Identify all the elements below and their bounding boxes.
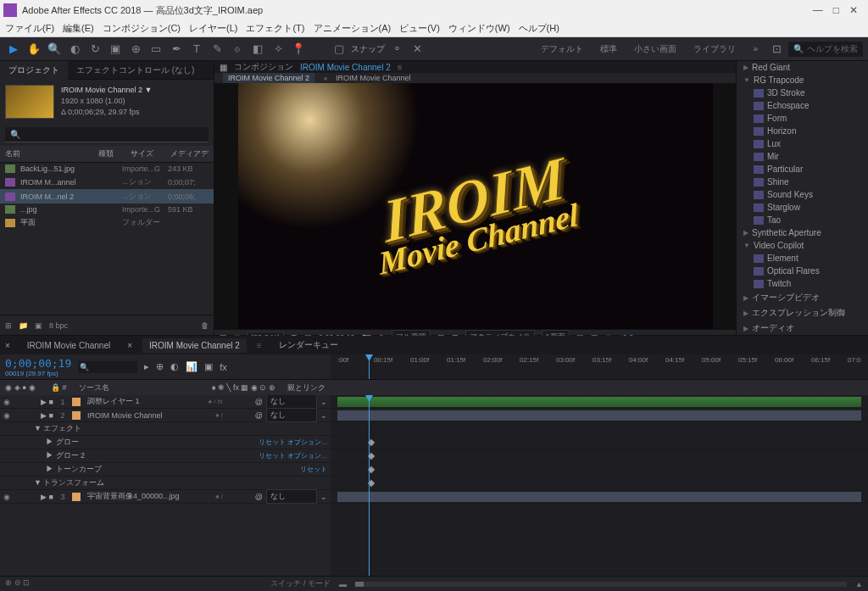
snap-options-icon[interactable]: ⚬ — [388, 41, 405, 58]
track-row[interactable] — [331, 436, 868, 449]
track-row[interactable] — [331, 477, 868, 490]
close-button[interactable]: ✕ — [849, 4, 858, 16]
track-row[interactable] — [331, 422, 868, 436]
fx-category[interactable]: ▶Synthetic Aperture — [737, 226, 868, 239]
timeline-tab-1[interactable]: IROIM Movie Channel 2 — [142, 338, 247, 353]
tl-fx-icon[interactable]: fx — [220, 362, 227, 372]
menu-help[interactable]: ヘルプ(H) — [519, 22, 559, 35]
layer-row[interactable]: ◉▶ ■2IROIM Movie Channel♠ /@なし⌄ — [0, 409, 331, 422]
menu-edit[interactable]: 編集(E) — [63, 22, 94, 35]
project-item[interactable]: 平面フォルダー — [0, 215, 214, 230]
workspace-standard[interactable]: 標準 — [593, 41, 624, 58]
tl-shy-icon[interactable]: ⊕ — [156, 361, 164, 372]
fx-effect[interactable]: Twitch — [737, 277, 868, 290]
track-row[interactable] — [331, 490, 868, 504]
roto-tool-icon[interactable]: ✧ — [270, 41, 287, 58]
bpc-toggle[interactable]: 8 bpc — [49, 321, 68, 330]
fx-category[interactable]: ▶オーディオ — [737, 321, 868, 335]
project-item[interactable]: ...jpgImporte...G591 KB — [0, 204, 214, 215]
brush-tool-icon[interactable]: ✎ — [209, 41, 225, 58]
project-item[interactable]: IROIM M...annel...ション0;00;07; — [0, 175, 214, 189]
fx-effect[interactable]: Echospace — [737, 99, 868, 112]
layer-row[interactable]: ▼ エフェクト — [0, 422, 331, 436]
menu-file[interactable]: ファイル(F) — [5, 22, 54, 35]
layer-icon[interactable]: ▦ — [220, 63, 227, 72]
project-search-input[interactable] — [5, 127, 209, 142]
layer-row[interactable]: ▶ トーンカーブリセット — [0, 463, 331, 477]
tl-draft-icon[interactable]: ▣ — [204, 361, 213, 372]
snap-label[interactable]: スナップ — [351, 43, 385, 55]
clone-tool-icon[interactable]: ⟐ — [229, 41, 246, 58]
fx-effect[interactable]: Starglow — [737, 201, 868, 214]
fx-category[interactable]: ▶エクスプレッション制御 — [737, 305, 868, 321]
text-tool-icon[interactable]: T — [188, 41, 205, 58]
tl-zoom-out-icon[interactable]: ▬ — [339, 580, 347, 588]
tl-zoom-in-icon[interactable]: ▲ — [855, 580, 863, 588]
col-parent[interactable]: 親とリンク — [287, 382, 326, 393]
minimize-button[interactable]: — — [813, 4, 823, 16]
trash-icon[interactable]: 🗑 — [201, 321, 209, 330]
track-row[interactable] — [331, 395, 868, 409]
comp-new-icon[interactable]: ▣ — [35, 321, 42, 330]
breadcrumb-parent[interactable]: IROIM Movie Channel — [336, 74, 411, 82]
timeline-search-input[interactable] — [78, 361, 137, 373]
playhead[interactable] — [369, 354, 370, 379]
workspace-default[interactable]: デフォルト — [534, 41, 590, 58]
switch-mode-toggle[interactable]: スイッチ / モード — [270, 578, 331, 589]
anchor-tool-icon[interactable]: ⊕ — [127, 41, 144, 58]
track-row[interactable] — [331, 449, 868, 463]
selection-tool-icon[interactable]: ▶ — [5, 41, 22, 58]
menu-view[interactable]: ビュー(V) — [399, 22, 440, 35]
tl-graph-icon[interactable]: 📊 — [186, 361, 198, 372]
menu-effect[interactable]: エフェクト(T) — [246, 22, 304, 35]
project-item[interactable]: IROIM M...nel 2...ション0;00;06; — [0, 189, 214, 204]
timeline-timecode[interactable]: 0;00;00;19 — [5, 357, 71, 370]
snap-align-icon[interactable]: ✕ — [409, 41, 426, 58]
mask-mode-icon[interactable]: ▢ — [331, 41, 348, 58]
tab-effect-controls[interactable]: エフェクトコントロール (なし) — [68, 61, 203, 80]
layer-row[interactable]: ◉▶ ■3宇宙背景画像4_00000...jpg♠ /@なし⌄ — [0, 490, 331, 504]
timeline-tab-0[interactable]: IROIM Movie Channel — [20, 338, 117, 353]
fx-category[interactable]: ▼RG Trapcode — [737, 74, 868, 86]
track-row[interactable] — [331, 463, 868, 477]
fx-effect[interactable]: Particular — [737, 163, 868, 176]
menu-window[interactable]: ウィンドウ(W) — [448, 22, 510, 35]
fx-category[interactable]: ▶Red Giant — [737, 61, 868, 74]
timeline-tab-render[interactable]: レンダーキュー — [272, 337, 345, 354]
tracks-column[interactable] — [331, 395, 868, 576]
project-columns[interactable]: 名前 種類 サイズ メディアデ — [0, 146, 214, 163]
zoom-tool-icon[interactable]: 🔍 — [46, 41, 63, 58]
hand-tool-icon[interactable]: ✋ — [25, 41, 42, 58]
eraser-tool-icon[interactable]: ◧ — [249, 41, 266, 58]
composition-viewer[interactable]: IROIM Movie Channel — [214, 83, 736, 329]
workspace-small[interactable]: 小さい画面 — [627, 41, 683, 58]
menu-animation[interactable]: アニメーション(A) — [314, 22, 392, 35]
fx-effect[interactable]: Sound Keys — [737, 188, 868, 201]
interpret-icon[interactable]: ⊞ — [5, 321, 12, 330]
track-row[interactable] — [331, 409, 868, 422]
camera-tool-icon[interactable]: ▣ — [107, 41, 124, 58]
puppet-tool-icon[interactable]: 📍 — [290, 41, 307, 58]
layer-row[interactable]: ▶ グロー 2リセット オプション... — [0, 449, 331, 463]
comp-tab-active[interactable]: IROIM Movie Channel 2 — [300, 63, 391, 72]
ae-link-icon[interactable]: ⊡ — [768, 41, 785, 58]
zoom-slider[interactable] — [355, 582, 364, 587]
rotate-tool-icon[interactable]: ↻ — [86, 41, 103, 58]
timeline-ruler[interactable]: :00f00:15f01:00f01:15f02:00f02:15f03:00f… — [331, 354, 868, 380]
tl-zoom-icon[interactable]: ⊕ ⊖ ⊡ — [5, 578, 30, 587]
fx-effect[interactable]: Optical Flares — [737, 265, 868, 277]
workspace-more-icon[interactable]: » — [746, 42, 765, 56]
orbit-tool-icon[interactable]: ◐ — [66, 41, 83, 58]
project-item[interactable]: BackLig...51.jpgImporte...G243 KB — [0, 163, 214, 175]
breadcrumb-current[interactable]: IROIM Movie Channel 2 — [223, 73, 314, 83]
menu-composition[interactable]: コンポジション(C) — [103, 22, 181, 35]
fx-effect[interactable]: Shine — [737, 176, 868, 188]
tab-project[interactable]: プロジェクト — [0, 61, 68, 80]
fx-category[interactable]: ▶イマーシブビデオ — [737, 290, 868, 305]
layer-row[interactable]: ▼ トランスフォーム — [0, 477, 331, 490]
pen-tool-icon[interactable]: ✒ — [168, 41, 185, 58]
fx-effect[interactable]: Mir — [737, 150, 868, 163]
tl-blur-icon[interactable]: ◐ — [170, 361, 179, 372]
layer-row[interactable]: ▶ グローリセット オプション... — [0, 436, 331, 449]
fx-effect[interactable]: Element — [737, 252, 868, 265]
